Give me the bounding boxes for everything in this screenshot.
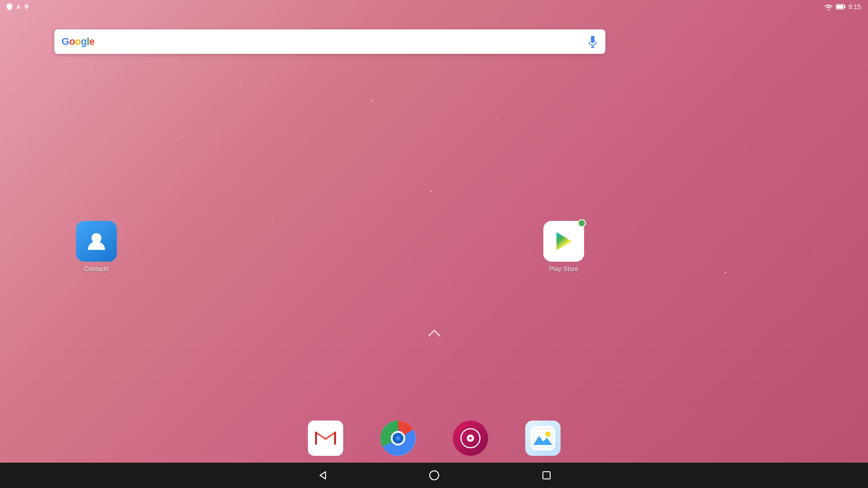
status-bar-right-icons: 9:15 <box>824 3 861 10</box>
shield-icon <box>5 3 14 11</box>
svg-point-0 <box>828 9 829 10</box>
photos-icon <box>525 421 561 456</box>
svg-rect-10 <box>334 432 336 445</box>
dock <box>0 416 868 461</box>
swipe-up-indicator <box>427 329 441 338</box>
battery-icon <box>836 4 846 10</box>
gmail-app[interactable] <box>307 420 344 456</box>
status-bar-left-icons: A <box>5 3 31 11</box>
playstore-label: Play Store <box>549 265 579 273</box>
microphone-icon[interactable] <box>587 36 598 47</box>
playstore-icon <box>543 221 584 262</box>
google-search-bar[interactable]: Google <box>54 29 605 54</box>
contacts-label: Contacts <box>84 265 109 273</box>
svg-point-17 <box>469 437 472 440</box>
contacts-icon <box>76 221 117 262</box>
chrome-icon <box>380 421 416 456</box>
wifi-icon <box>824 3 833 10</box>
svg-rect-18 <box>531 426 555 450</box>
svg-point-19 <box>545 431 551 437</box>
svg-rect-23 <box>543 472 550 479</box>
playstore-app[interactable]: Play Store <box>543 221 584 273</box>
svg-point-22 <box>430 471 439 480</box>
svg-rect-2 <box>844 5 845 8</box>
photos-app[interactable] <box>525 420 561 456</box>
font-icon: A <box>16 4 20 10</box>
google-logo: Google <box>62 36 95 48</box>
svg-rect-9 <box>315 432 317 445</box>
chrome-app[interactable] <box>380 420 416 456</box>
scrobbler-icon <box>453 421 488 456</box>
back-button[interactable] <box>311 464 333 486</box>
svg-marker-8 <box>556 232 572 250</box>
status-bar: A 9:15 <box>0 0 868 14</box>
svg-point-14 <box>396 436 400 440</box>
usb-icon <box>23 3 31 11</box>
nav-bar <box>0 463 868 488</box>
recents-button[interactable] <box>536 464 557 486</box>
contacts-app[interactable]: Contacts <box>76 221 117 273</box>
playstore-badge <box>578 219 586 227</box>
scrobbler-app[interactable] <box>452 420 489 456</box>
gmail-icon <box>308 421 343 456</box>
svg-rect-4 <box>591 36 595 43</box>
home-button[interactable] <box>423 464 445 486</box>
svg-rect-3 <box>836 5 843 9</box>
status-time: 9:15 <box>849 3 861 10</box>
